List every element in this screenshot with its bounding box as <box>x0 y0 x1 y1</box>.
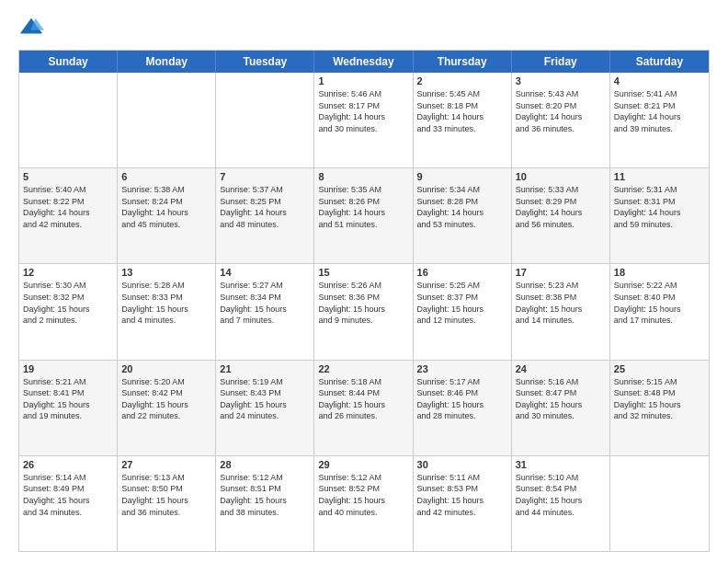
day-number: 2 <box>417 75 507 86</box>
header-day-thursday: Thursday <box>414 51 512 73</box>
cell-text: Sunrise: 5:37 AMSunset: 8:25 PMDaylight:… <box>220 184 310 230</box>
page: SundayMondayTuesdayWednesdayThursdayFrid… <box>0 0 728 563</box>
day-number: 4 <box>614 75 705 86</box>
cell-text: Sunrise: 5:46 AMSunset: 8:17 PMDaylight:… <box>318 88 408 134</box>
calendar-cell-day-18: 18Sunrise: 5:22 AMSunset: 8:40 PMDayligh… <box>610 264 709 359</box>
cell-text: Sunrise: 5:25 AMSunset: 8:37 PMDaylight:… <box>417 280 507 326</box>
cell-text: Sunrise: 5:41 AMSunset: 8:21 PMDaylight:… <box>614 88 705 134</box>
day-number: 29 <box>318 459 408 470</box>
day-number: 15 <box>318 267 408 278</box>
calendar-cell-day-6: 6Sunrise: 5:38 AMSunset: 8:24 PMDaylight… <box>118 168 216 263</box>
calendar-cell-day-12: 12Sunrise: 5:30 AMSunset: 8:32 PMDayligh… <box>19 264 118 359</box>
day-number: 5 <box>23 171 113 182</box>
cell-text: Sunrise: 5:16 AMSunset: 8:47 PMDaylight:… <box>516 376 606 422</box>
day-number: 3 <box>516 75 606 86</box>
cell-text: Sunrise: 5:18 AMSunset: 8:44 PMDaylight:… <box>318 376 408 422</box>
header-day-saturday: Saturday <box>610 51 709 73</box>
calendar-cell-empty <box>19 73 118 167</box>
cell-text: Sunrise: 5:43 AMSunset: 8:20 PMDaylight:… <box>516 88 606 134</box>
calendar-cell-day-13: 13Sunrise: 5:28 AMSunset: 8:33 PMDayligh… <box>118 264 216 359</box>
day-number: 17 <box>516 267 606 278</box>
header-day-wednesday: Wednesday <box>314 51 413 73</box>
cell-text: Sunrise: 5:31 AMSunset: 8:31 PMDaylight:… <box>614 184 705 230</box>
calendar-cell-day-3: 3Sunrise: 5:43 AMSunset: 8:20 PMDaylight… <box>512 73 610 167</box>
day-number: 30 <box>417 459 507 470</box>
calendar-cell-day-29: 29Sunrise: 5:12 AMSunset: 8:52 PMDayligh… <box>314 456 413 551</box>
cell-text: Sunrise: 5:45 AMSunset: 8:18 PMDaylight:… <box>417 88 507 134</box>
cell-text: Sunrise: 5:20 AMSunset: 8:42 PMDaylight:… <box>121 376 211 422</box>
calendar-cell-day-23: 23Sunrise: 5:17 AMSunset: 8:46 PMDayligh… <box>414 361 512 455</box>
cell-text: Sunrise: 5:17 AMSunset: 8:46 PMDaylight:… <box>417 376 507 422</box>
day-number: 6 <box>121 171 211 182</box>
cell-text: Sunrise: 5:33 AMSunset: 8:29 PMDaylight:… <box>516 184 606 230</box>
calendar-cell-day-16: 16Sunrise: 5:25 AMSunset: 8:37 PMDayligh… <box>414 264 512 359</box>
day-number: 22 <box>318 363 408 374</box>
calendar-cell-empty <box>610 456 709 551</box>
cell-text: Sunrise: 5:15 AMSunset: 8:48 PMDaylight:… <box>614 376 705 422</box>
day-number: 1 <box>318 75 408 86</box>
calendar-row-4: 26Sunrise: 5:14 AMSunset: 8:49 PMDayligh… <box>19 455 709 551</box>
calendar-cell-day-15: 15Sunrise: 5:26 AMSunset: 8:36 PMDayligh… <box>314 264 413 359</box>
day-number: 20 <box>121 363 211 374</box>
day-number: 25 <box>614 363 705 374</box>
logo-icon <box>18 15 44 40</box>
day-number: 24 <box>516 363 606 374</box>
day-number: 14 <box>220 267 310 278</box>
cell-text: Sunrise: 5:40 AMSunset: 8:22 PMDaylight:… <box>23 184 113 230</box>
calendar-cell-day-21: 21Sunrise: 5:19 AMSunset: 8:43 PMDayligh… <box>216 361 314 455</box>
day-number: 26 <box>23 459 113 470</box>
cell-text: Sunrise: 5:35 AMSunset: 8:26 PMDaylight:… <box>318 184 408 230</box>
calendar-cell-day-2: 2Sunrise: 5:45 AMSunset: 8:18 PMDaylight… <box>414 73 512 167</box>
day-number: 10 <box>516 171 606 182</box>
calendar-cell-day-11: 11Sunrise: 5:31 AMSunset: 8:31 PMDayligh… <box>610 168 709 263</box>
header <box>18 15 710 40</box>
calendar-cell-empty <box>118 73 216 167</box>
calendar-cell-day-10: 10Sunrise: 5:33 AMSunset: 8:29 PMDayligh… <box>512 168 610 263</box>
calendar-cell-day-26: 26Sunrise: 5:14 AMSunset: 8:49 PMDayligh… <box>19 456 118 551</box>
calendar: SundayMondayTuesdayWednesdayThursdayFrid… <box>18 50 710 552</box>
cell-text: Sunrise: 5:12 AMSunset: 8:52 PMDaylight:… <box>318 472 408 518</box>
header-day-tuesday: Tuesday <box>216 51 314 73</box>
day-number: 11 <box>614 171 705 182</box>
calendar-cell-day-19: 19Sunrise: 5:21 AMSunset: 8:41 PMDayligh… <box>19 361 118 455</box>
cell-text: Sunrise: 5:12 AMSunset: 8:51 PMDaylight:… <box>220 472 310 518</box>
calendar-cell-day-30: 30Sunrise: 5:11 AMSunset: 8:53 PMDayligh… <box>414 456 512 551</box>
calendar-cell-day-8: 8Sunrise: 5:35 AMSunset: 8:26 PMDaylight… <box>314 168 413 263</box>
day-number: 23 <box>417 363 507 374</box>
cell-text: Sunrise: 5:38 AMSunset: 8:24 PMDaylight:… <box>121 184 211 230</box>
calendar-row-1: 5Sunrise: 5:40 AMSunset: 8:22 PMDaylight… <box>19 167 709 263</box>
cell-text: Sunrise: 5:26 AMSunset: 8:36 PMDaylight:… <box>318 280 408 326</box>
day-number: 19 <box>23 363 113 374</box>
cell-text: Sunrise: 5:14 AMSunset: 8:49 PMDaylight:… <box>23 472 113 518</box>
header-day-monday: Monday <box>118 51 216 73</box>
cell-text: Sunrise: 5:19 AMSunset: 8:43 PMDaylight:… <box>220 376 310 422</box>
cell-text: Sunrise: 5:21 AMSunset: 8:41 PMDaylight:… <box>23 376 113 422</box>
calendar-cell-day-20: 20Sunrise: 5:20 AMSunset: 8:42 PMDayligh… <box>118 361 216 455</box>
day-number: 12 <box>23 267 113 278</box>
logo <box>18 15 48 40</box>
calendar-cell-day-14: 14Sunrise: 5:27 AMSunset: 8:34 PMDayligh… <box>216 264 314 359</box>
calendar-cell-day-17: 17Sunrise: 5:23 AMSunset: 8:38 PMDayligh… <box>512 264 610 359</box>
calendar-cell-day-25: 25Sunrise: 5:15 AMSunset: 8:48 PMDayligh… <box>610 361 709 455</box>
calendar-row-2: 12Sunrise: 5:30 AMSunset: 8:32 PMDayligh… <box>19 263 709 359</box>
cell-text: Sunrise: 5:28 AMSunset: 8:33 PMDaylight:… <box>121 280 211 326</box>
calendar-cell-day-4: 4Sunrise: 5:41 AMSunset: 8:21 PMDaylight… <box>610 73 709 167</box>
day-number: 18 <box>614 267 705 278</box>
header-day-sunday: Sunday <box>19 51 118 73</box>
calendar-cell-day-31: 31Sunrise: 5:10 AMSunset: 8:54 PMDayligh… <box>512 456 610 551</box>
cell-text: Sunrise: 5:23 AMSunset: 8:38 PMDaylight:… <box>516 280 606 326</box>
calendar-cell-day-27: 27Sunrise: 5:13 AMSunset: 8:50 PMDayligh… <box>118 456 216 551</box>
cell-text: Sunrise: 5:27 AMSunset: 8:34 PMDaylight:… <box>220 280 310 326</box>
calendar-cell-day-9: 9Sunrise: 5:34 AMSunset: 8:28 PMDaylight… <box>414 168 512 263</box>
calendar-header: SundayMondayTuesdayWednesdayThursdayFrid… <box>19 51 709 73</box>
cell-text: Sunrise: 5:22 AMSunset: 8:40 PMDaylight:… <box>614 280 705 326</box>
calendar-cell-day-28: 28Sunrise: 5:12 AMSunset: 8:51 PMDayligh… <box>216 456 314 551</box>
day-number: 16 <box>417 267 507 278</box>
calendar-cell-day-1: 1Sunrise: 5:46 AMSunset: 8:17 PMDaylight… <box>314 73 413 167</box>
cell-text: Sunrise: 5:34 AMSunset: 8:28 PMDaylight:… <box>417 184 507 230</box>
day-number: 7 <box>220 171 310 182</box>
calendar-cell-day-24: 24Sunrise: 5:16 AMSunset: 8:47 PMDayligh… <box>512 361 610 455</box>
calendar-row-0: 1Sunrise: 5:46 AMSunset: 8:17 PMDaylight… <box>19 73 709 167</box>
calendar-cell-day-7: 7Sunrise: 5:37 AMSunset: 8:25 PMDaylight… <box>216 168 314 263</box>
cell-text: Sunrise: 5:10 AMSunset: 8:54 PMDaylight:… <box>516 472 606 518</box>
